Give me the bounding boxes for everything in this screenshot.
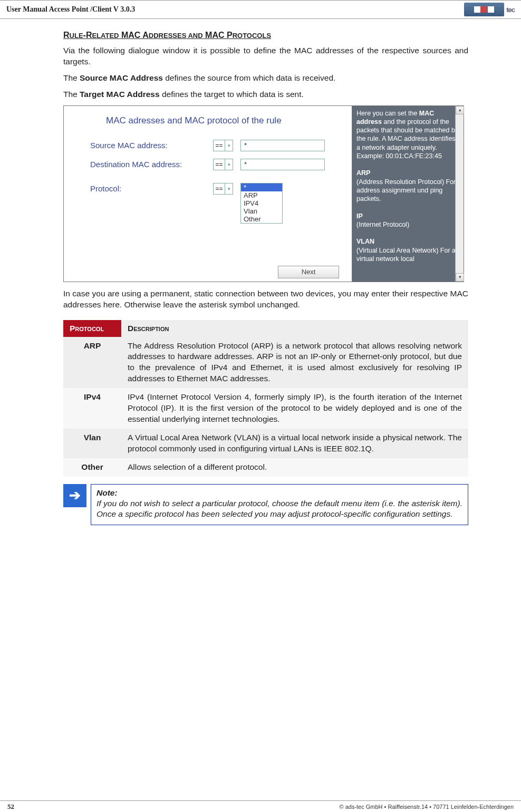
dialog-title: MAC adresses and MAC protocol of the rul… xyxy=(106,115,342,126)
list-item[interactable]: IPV4 xyxy=(241,199,282,207)
note-body: If you do not wish to select a particula… xyxy=(97,498,462,519)
section-heading: RULE-RELATED MAC ADDRESSES AND MAC PROTO… xyxy=(63,31,468,40)
logo: tec xyxy=(464,3,515,16)
arrow-right-icon: ➔ xyxy=(63,484,86,507)
protocol-table: Protocol Description ARPThe Address Reso… xyxy=(63,320,468,477)
table-row: VlanA Virtual Local Area Network (VLAN) … xyxy=(63,429,468,458)
src-mac-operator[interactable]: ==▾ xyxy=(213,140,233,151)
scroll-down-icon[interactable]: ▾ xyxy=(456,273,464,282)
logo-icon xyxy=(464,3,504,16)
table-header-protocol: Protocol xyxy=(63,320,121,337)
note-block: ➔ Note: If you do not wish to select a p… xyxy=(63,484,468,525)
protocol-listbox[interactable]: * ARP IPV4 Vlan Other xyxy=(240,183,283,224)
page-header: User Manual Access Point /Client V 3.0.3… xyxy=(0,0,521,19)
list-item[interactable]: Vlan xyxy=(241,207,282,215)
dialog-screenshot: MAC adresses and MAC protocol of the rul… xyxy=(63,105,464,282)
table-row: OtherAllows selection of a different pro… xyxy=(63,458,468,477)
src-mac-label: Source MAC address: xyxy=(90,140,213,150)
logo-text: tec xyxy=(506,6,515,14)
chevron-down-icon: ▾ xyxy=(225,143,233,148)
table-row: ARPThe Address Resolution Protocol (ARP)… xyxy=(63,337,468,389)
scrollbar[interactable]: ▴ ▾ xyxy=(455,106,464,282)
intro-para-2: The Source MAC Address defines the sourc… xyxy=(63,73,468,84)
table-row: IPv4IPv4 (Internet Protocol Version 4, f… xyxy=(63,388,468,429)
page-number: 52 xyxy=(7,803,14,811)
list-item[interactable]: * xyxy=(241,183,282,191)
scroll-up-icon[interactable]: ▴ xyxy=(456,106,464,114)
dst-mac-operator[interactable]: ==▾ xyxy=(213,159,233,170)
protocol-operator[interactable]: ==▾ xyxy=(213,183,233,195)
intro-para-1: Via the following dialogue window it is … xyxy=(63,45,468,67)
table-header-description: Description xyxy=(121,320,468,337)
note-title: Note: xyxy=(97,488,462,498)
help-panel: Here you can set the MAC address and the… xyxy=(352,106,464,282)
content: RULE-RELATED MAC ADDRESSES AND MAC PROTO… xyxy=(0,19,521,525)
next-button[interactable]: Next xyxy=(278,266,339,278)
after-screenshot-para: In case you are using a permanent, stati… xyxy=(63,288,468,311)
list-item[interactable]: ARP xyxy=(241,191,282,199)
src-mac-input[interactable] xyxy=(240,140,325,151)
page-footer: 52 © ads-tec GmbH • Raiffeisenstr.14 • 7… xyxy=(0,800,521,812)
intro-para-3: The Target MAC Address defines the targe… xyxy=(63,89,468,100)
list-item[interactable]: Other xyxy=(241,215,282,223)
copyright: © ads-tec GmbH • Raiffeisenstr.14 • 7077… xyxy=(339,804,514,810)
protocol-label: Protocol: xyxy=(90,183,213,193)
chevron-down-icon: ▾ xyxy=(225,186,233,191)
dst-mac-label: Destination MAC address: xyxy=(90,159,213,169)
header-title: User Manual Access Point /Client V 3.0.3 xyxy=(6,5,135,14)
dst-mac-input[interactable] xyxy=(240,159,325,170)
chevron-down-icon: ▾ xyxy=(225,162,233,167)
